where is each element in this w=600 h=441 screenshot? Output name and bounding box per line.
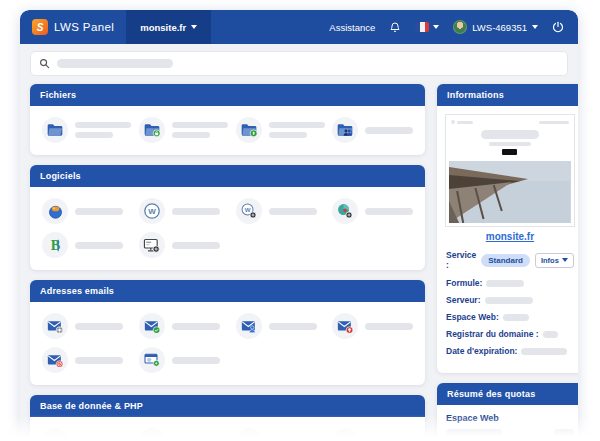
quotas-header: Résumé des quotas: [437, 383, 578, 405]
svg-text:@: @: [147, 357, 151, 362]
service-shortcut[interactable]: [228, 113, 325, 147]
screen-settings-icon: [139, 232, 165, 258]
quota-usage-skeleton: [446, 429, 502, 436]
service-detail-row: Registrar du domaine :: [446, 329, 574, 339]
quotas-card: Résumé des quotas Espace Web: [437, 383, 578, 441]
service-detail-row: Serveur:: [446, 295, 574, 305]
service-shortcut[interactable]: B: [34, 228, 131, 262]
account-menu[interactable]: LWS-469351: [453, 20, 538, 34]
label-skeleton: [365, 323, 413, 330]
webmail-icon: @: [139, 347, 165, 373]
notifications-bell-icon[interactable]: [389, 21, 401, 34]
service-shortcut: [131, 424, 228, 441]
site-link[interactable]: monsite.fr: [437, 231, 578, 242]
service-shortcut: [324, 424, 421, 441]
quota-total-skeleton: [554, 429, 574, 436]
service-detail-row: Espace Web:: [446, 312, 574, 322]
field-label: Date d'expiration:: [446, 346, 517, 356]
assistance-link[interactable]: Assistance: [329, 22, 375, 33]
label-skeleton: [269, 323, 317, 330]
brand-logo[interactable]: S LWS Panel: [20, 19, 126, 35]
infos-dropdown-button[interactable]: Infos: [535, 253, 574, 268]
label-skeleton: [75, 242, 123, 249]
label-skeleton: [75, 132, 113, 138]
sidebar: Informations: [437, 84, 578, 441]
loading-circle: [42, 428, 68, 441]
section-card: Logiciels W W B: [30, 165, 425, 270]
service-shortcut[interactable]: [131, 113, 228, 147]
label-skeleton: [172, 208, 220, 215]
mail-gear-icon: [42, 313, 68, 339]
search-bar[interactable]: [30, 51, 568, 76]
app-installer-icon: [42, 198, 68, 224]
svg-text:W: W: [148, 207, 156, 216]
service-shortcut[interactable]: [131, 309, 228, 343]
label-skeleton: [365, 127, 413, 134]
service-shortcut[interactable]: W: [228, 194, 325, 228]
service-shortcut[interactable]: [324, 113, 421, 147]
site-tab-label: monsite.fr: [140, 22, 186, 33]
svg-text:B: B: [50, 237, 60, 253]
section-card: Base de donnée & PHP: [30, 395, 425, 441]
logout-power-icon[interactable]: [552, 21, 564, 33]
label-skeleton: [269, 208, 317, 215]
label-skeleton: [75, 357, 123, 364]
field-label: Registrar du domaine :: [446, 329, 539, 339]
field-value-skeleton: [521, 348, 567, 355]
label-skeleton: [75, 122, 131, 128]
field-value-skeleton: [503, 314, 529, 321]
service-shortcut: [228, 424, 325, 441]
label-skeleton: [172, 122, 228, 128]
service-shortcut[interactable]: [34, 113, 131, 147]
section-header: Fichiers: [30, 84, 425, 106]
field-label: Espace Web:: [446, 312, 499, 322]
chevron-down-icon: [562, 258, 568, 262]
section-header: Base de donnée & PHP: [30, 395, 425, 417]
service-shortcut[interactable]: [131, 228, 228, 262]
field-value-skeleton: [485, 297, 533, 304]
service-shortcut[interactable]: [34, 309, 131, 343]
folder-open-icon: [42, 117, 68, 143]
section-header: Adresses emails: [30, 280, 425, 302]
field-value-skeleton: [543, 331, 558, 338]
field-label: Serveur:: [446, 295, 481, 305]
wordpress-icon: W: [139, 198, 165, 224]
quota-label: Espace Web: [446, 413, 574, 423]
label-skeleton: [269, 122, 325, 128]
service-shortcut[interactable]: [34, 194, 131, 228]
label-skeleton: [75, 208, 123, 215]
service-detail-row: Date d'expiration:: [446, 346, 574, 356]
label-skeleton: [172, 242, 220, 249]
service-shortcut[interactable]: [228, 309, 325, 343]
label-skeleton: [75, 323, 123, 330]
website-preview-thumbnail: [445, 114, 575, 227]
service-details-list: Formule:Serveur:Espace Web:Registrar du …: [437, 278, 578, 373]
field-label: Formule:: [446, 278, 482, 288]
service-shortcut[interactable]: [34, 343, 131, 377]
service-shortcut[interactable]: @: [131, 343, 228, 377]
section-header: Logiciels: [30, 165, 425, 187]
svg-text:W: W: [244, 206, 250, 213]
label-skeleton: [269, 132, 307, 138]
folder-upload-icon: [236, 117, 262, 143]
chevron-down-icon: [433, 25, 439, 29]
service-shortcut: [34, 424, 131, 441]
lws-logo-icon: S: [32, 19, 48, 35]
language-selector[interactable]: [415, 22, 439, 32]
cms-tools-icon: [332, 198, 358, 224]
service-shortcut[interactable]: W: [131, 194, 228, 228]
service-shortcut[interactable]: [324, 309, 421, 343]
wordpress-gear-icon: W: [236, 198, 262, 224]
service-shortcut[interactable]: [324, 194, 421, 228]
label-skeleton: [172, 357, 220, 364]
field-value-skeleton: [486, 280, 524, 287]
main-content: Fichiers Logiciels W W B Adresses emails…: [30, 84, 425, 441]
preview-cta-button: [502, 149, 517, 155]
label-skeleton: [172, 132, 210, 138]
preview-photo: [449, 161, 571, 223]
mail-user-icon: [236, 313, 262, 339]
mail-check-icon: [139, 313, 165, 339]
site-selector-tab[interactable]: monsite.fr: [126, 10, 211, 44]
label-skeleton: [365, 208, 413, 215]
top-navbar: S LWS Panel monsite.fr Assistance LWS-46…: [20, 10, 578, 44]
